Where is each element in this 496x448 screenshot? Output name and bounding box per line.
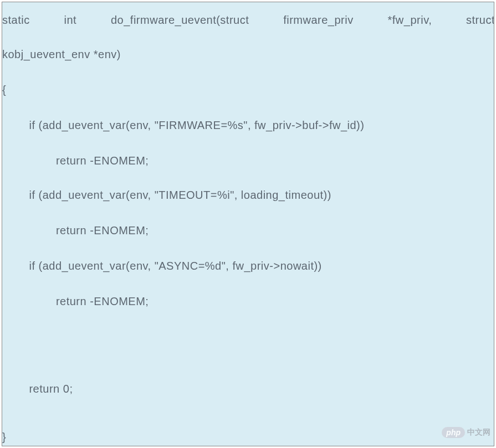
code-line-signature-1: static int do_firmware_uevent(struct fir…: [2, 14, 494, 25]
tok: static: [2, 14, 30, 25]
code-line-return-2: return -ENOMEM;: [2, 225, 149, 236]
watermark-text: 中文网: [467, 428, 490, 437]
code-line-return-3: return -ENOMEM;: [2, 296, 149, 307]
tok: int: [64, 14, 77, 25]
code-container: static int do_firmware_uevent(struct fir…: [2, 2, 494, 446]
tok: firmware_priv: [283, 14, 354, 25]
watermark: php 中文网: [442, 427, 490, 438]
code-line-return-0: return 0;: [2, 383, 73, 394]
tok: struct: [466, 14, 494, 25]
code-line-if-1: if (add_uevent_var(env, "FIRMWARE=%s", f…: [2, 120, 364, 131]
php-badge: php: [442, 427, 465, 438]
code-line-signature-2: kobj_uevent_env *env): [2, 49, 121, 60]
tok: do_firmware_uevent(struct: [111, 14, 249, 25]
code-line-return-1: return -ENOMEM;: [2, 155, 149, 166]
code-line-close-brace: }: [2, 431, 6, 442]
code-line-if-3: if (add_uevent_var(env, "ASYNC=%d", fw_p…: [2, 260, 322, 271]
tok: *fw_priv,: [388, 14, 432, 25]
code-line-open-brace: {: [2, 84, 6, 95]
code-line-if-2: if (add_uevent_var(env, "TIMEOUT=%i", lo…: [2, 189, 331, 200]
